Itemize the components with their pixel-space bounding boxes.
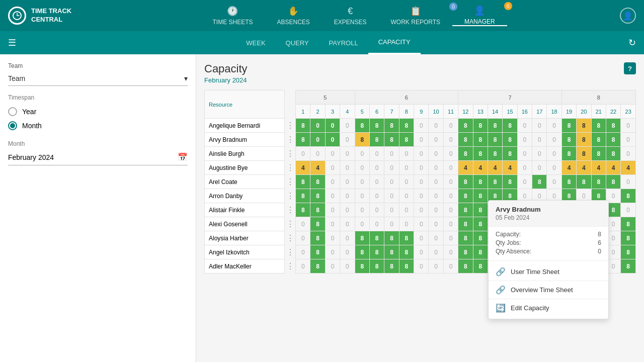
dots-button[interactable]: ⋮ <box>286 149 294 158</box>
capacity-cell[interactable]: 0 <box>443 245 458 259</box>
capacity-cell[interactable]: 0 <box>547 133 561 147</box>
capacity-cell[interactable]: 8 <box>488 175 502 189</box>
capacity-cell[interactable]: 0 <box>547 175 561 189</box>
capacity-cell[interactable]: 0 <box>621 175 636 189</box>
capacity-cell[interactable]: 8 <box>369 259 384 274</box>
team-select[interactable]: Team ▾ <box>8 71 188 86</box>
capacity-cell[interactable]: 0 <box>384 189 399 203</box>
capacity-cell[interactable]: 8 <box>384 119 399 133</box>
capacity-cell[interactable]: 8 <box>384 133 399 147</box>
capacity-cell[interactable]: 0 <box>621 133 636 147</box>
capacity-cell[interactable]: 8 <box>355 119 369 133</box>
capacity-cell[interactable]: 0 <box>369 189 384 203</box>
capacity-cell[interactable]: 0 <box>340 175 355 189</box>
capacity-cell[interactable]: 8 <box>458 245 473 259</box>
capacity-cell[interactable]: 4 <box>488 161 502 175</box>
capacity-cell[interactable]: 0 <box>414 259 429 274</box>
nav-manager[interactable]: 👤 MANAGER 6 <box>452 5 507 26</box>
capacity-cell[interactable]: 0 <box>443 259 458 274</box>
capacity-cell[interactable]: 0 <box>532 133 547 147</box>
capacity-cell[interactable]: 8 <box>473 175 488 189</box>
dots-button[interactable]: ⋮ <box>286 233 294 243</box>
capacity-cell[interactable]: 8 <box>621 189 636 203</box>
capacity-cell[interactable]: 0 <box>296 217 310 231</box>
capacity-cell[interactable]: 0 <box>414 217 429 231</box>
capacity-cell[interactable]: 8 <box>621 259 636 274</box>
capacity-cell[interactable]: 8 <box>310 217 325 231</box>
capacity-cell[interactable]: 8 <box>577 119 591 133</box>
capacity-cell[interactable]: 0 <box>547 147 561 161</box>
capacity-cell[interactable]: 8 <box>458 259 473 274</box>
capacity-cell[interactable]: 0 <box>310 119 325 133</box>
capacity-cell[interactable]: 8 <box>384 259 399 274</box>
capacity-cell[interactable]: 8 <box>473 217 488 231</box>
tab-capacity[interactable]: CAPACITY <box>368 31 421 54</box>
capacity-cell[interactable]: 0 <box>621 119 636 133</box>
dots-button[interactable]: ⋮ <box>286 205 294 215</box>
capacity-cell[interactable]: 8 <box>591 133 606 147</box>
capacity-cell[interactable]: 4 <box>473 161 488 175</box>
capacity-cell[interactable]: 0 <box>547 119 561 133</box>
capacity-cell[interactable]: 8 <box>369 133 384 147</box>
capacity-cell[interactable]: 0 <box>355 147 369 161</box>
capacity-cell[interactable]: 0 <box>369 147 384 161</box>
capacity-cell[interactable]: 0 <box>325 217 340 231</box>
capacity-cell[interactable]: 0 <box>296 147 310 161</box>
capacity-cell[interactable]: 0 <box>369 217 384 231</box>
capacity-cell[interactable]: 4 <box>621 161 636 175</box>
capacity-cell[interactable]: 0 <box>443 231 458 245</box>
capacity-cell[interactable]: 0 <box>355 189 369 203</box>
capacity-cell[interactable]: 0 <box>621 147 636 161</box>
capacity-cell[interactable]: 0 <box>399 161 414 175</box>
dots-button[interactable]: ⋮ <box>286 163 294 172</box>
capacity-cell[interactable]: 8 <box>473 245 488 259</box>
capacity-cell[interactable]: 0 <box>429 217 443 231</box>
capacity-cell[interactable]: 0 <box>340 133 355 147</box>
capacity-cell[interactable]: 8 <box>399 259 414 274</box>
year-radio-button[interactable] <box>8 107 17 116</box>
dots-button[interactable]: ⋮ <box>286 135 294 144</box>
capacity-cell[interactable]: 0 <box>296 245 310 259</box>
capacity-cell[interactable]: 0 <box>532 161 547 175</box>
capacity-cell[interactable]: 0 <box>384 147 399 161</box>
capacity-cell[interactable]: 8 <box>488 147 502 161</box>
capacity-cell[interactable]: 0 <box>340 119 355 133</box>
capacity-cell[interactable]: 8 <box>532 175 547 189</box>
capacity-cell[interactable]: 0 <box>384 203 399 217</box>
capacity-cell[interactable]: 8 <box>561 133 576 147</box>
capacity-cell[interactable]: 0 <box>310 133 325 147</box>
capacity-cell[interactable]: 0 <box>517 133 532 147</box>
capacity-cell[interactable]: 4 <box>458 161 473 175</box>
capacity-cell[interactable]: 8 <box>561 119 576 133</box>
capacity-cell[interactable]: 0 <box>325 245 340 259</box>
capacity-cell[interactable]: 8 <box>473 259 488 274</box>
capacity-cell[interactable]: 8 <box>503 119 517 133</box>
tab-query[interactable]: QUERY <box>276 31 319 54</box>
capacity-cell[interactable]: 0 <box>310 147 325 161</box>
capacity-cell[interactable]: 4 <box>591 161 606 175</box>
dots-button[interactable]: ⋮ <box>286 121 294 130</box>
capacity-cell[interactable]: 8 <box>503 133 517 147</box>
tab-week[interactable]: WEEK <box>236 31 275 54</box>
capacity-cell[interactable]: 0 <box>429 231 443 245</box>
capacity-cell[interactable]: 4 <box>606 161 620 175</box>
capacity-cell[interactable]: 4 <box>503 161 517 175</box>
nav-expenses[interactable]: € EXPENSES <box>322 6 379 26</box>
capacity-cell[interactable]: 8 <box>577 147 591 161</box>
user-avatar[interactable]: 👤 <box>620 8 636 24</box>
capacity-cell[interactable]: 0 <box>340 245 355 259</box>
capacity-cell[interactable]: 0 <box>399 203 414 217</box>
capacity-cell[interactable]: 8 <box>561 147 576 161</box>
capacity-cell[interactable]: 0 <box>384 217 399 231</box>
capacity-cell[interactable]: 0 <box>384 161 399 175</box>
nav-timesheets[interactable]: 🕐 TIME SHEETS <box>200 6 265 26</box>
capacity-cell[interactable]: 0 <box>414 161 429 175</box>
capacity-cell[interactable]: 0 <box>443 119 458 133</box>
capacity-cell[interactable]: 0 <box>517 175 532 189</box>
capacity-cell[interactable]: 8 <box>621 217 636 231</box>
dots-button[interactable]: ⋮ <box>286 261 294 271</box>
capacity-cell[interactable]: 8 <box>458 189 473 203</box>
capacity-cell[interactable]: 8 <box>488 133 502 147</box>
capacity-cell[interactable]: 0 <box>399 189 414 203</box>
capacity-cell[interactable]: 0 <box>429 119 443 133</box>
